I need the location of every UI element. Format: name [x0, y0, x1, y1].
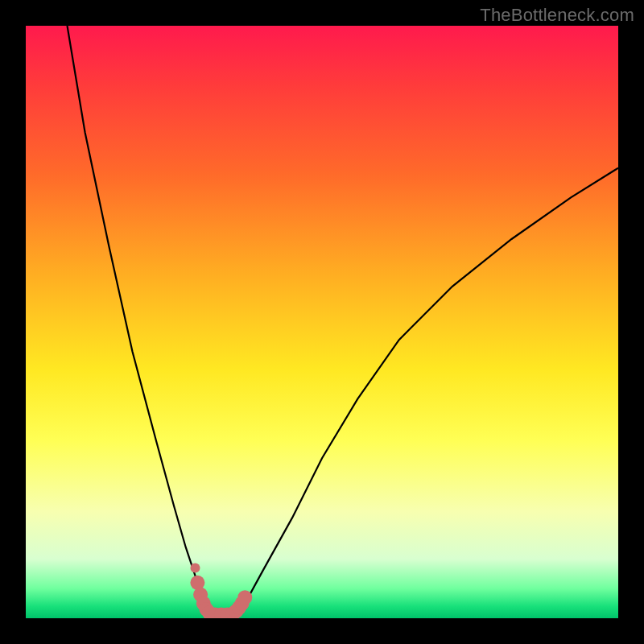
curve-layer [68, 26, 619, 615]
valley-highlight-dots [190, 563, 252, 618]
valley-dot [191, 563, 200, 572]
chart-svg [26, 26, 618, 618]
bottleneck-curve-path [68, 26, 619, 615]
outer-frame: TheBottleneck.com [0, 0, 644, 644]
watermark-text: TheBottleneck.com [480, 5, 634, 26]
valley-dot [237, 590, 252, 605]
plot-area [26, 26, 618, 618]
